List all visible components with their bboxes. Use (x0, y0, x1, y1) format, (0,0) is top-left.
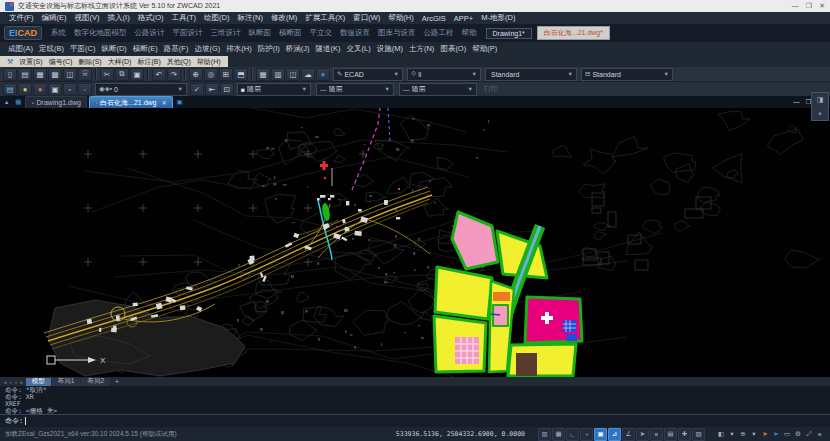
plugin-menu-item[interactable]: 图库与设置 (374, 28, 420, 38)
new-file-icon[interactable]: ▯ (3, 68, 17, 81)
viewport-tool-icon[interactable]: ◨ (817, 96, 824, 103)
design-menu-item[interactable]: 成图(A) (5, 44, 36, 54)
design-menu-item[interactable]: 定线(B) (36, 44, 67, 54)
design-menu-item[interactable]: 边坡(G) (191, 44, 223, 54)
tool-menu-item[interactable]: 帮助(H) (194, 57, 224, 67)
layout-nav-button[interactable]: ‹ (9, 379, 13, 385)
save-icon[interactable]: ▦ (33, 68, 47, 81)
clean-screen-icon[interactable]: ⤢ (804, 429, 814, 440)
design-menu-item[interactable]: 纵断(D) (98, 44, 129, 54)
polar-toggle[interactable]: ◔ (580, 428, 593, 441)
design-menu-item[interactable]: 帮助(P) (469, 44, 500, 54)
print-icon[interactable]: ◫ (63, 68, 77, 81)
design-menu-item[interactable]: 排水(H) (223, 44, 254, 54)
menu-item[interactable]: 帮助(H) (384, 13, 417, 23)
plugin-menu-item[interactable]: 系统 (47, 28, 70, 38)
layer-dropdown[interactable]: ◉◈▪ 0 ▼ (95, 83, 187, 96)
doc-minimize-icon[interactable]: — (793, 98, 800, 106)
menu-item[interactable]: 视图(V) (71, 13, 104, 23)
layer-on-bulb-icon[interactable]: ● (18, 83, 32, 96)
table-style-dropdown[interactable]: ⊟Standard▼ (581, 68, 673, 81)
separator[interactable] (95, 68, 97, 79)
dyn-toggle[interactable]: ➤ (636, 428, 649, 441)
menu-item[interactable]: 扩展工具(X) (301, 13, 349, 23)
menu-item[interactable]: M-地形(D) (477, 13, 519, 23)
tab-scroll-icon[interactable]: ▴ (3, 98, 10, 106)
cut-icon[interactable]: ✂ (100, 68, 114, 81)
new-drawing-icon[interactable]: ▣ (175, 98, 185, 106)
plugin-menu-item[interactable]: 纵断面 (245, 28, 276, 38)
layout-nav-button[interactable]: » (19, 379, 24, 385)
menu-item[interactable]: 文件(F) (5, 13, 38, 23)
menu-item[interactable]: 窗口(W) (349, 13, 384, 23)
make-layer-current-icon[interactable]: ✓ (190, 83, 204, 96)
save-as-icon[interactable]: ▩ (48, 68, 62, 81)
menu-item[interactable]: 标注(N) (234, 13, 267, 23)
tool-menu-item[interactable]: 设置(S) (16, 57, 45, 67)
linetype-dropdown[interactable]: — 随层 ▼ (316, 83, 394, 96)
redo-icon[interactable]: ↷ (167, 68, 181, 81)
quick-properties-toggle[interactable]: ✚ (678, 428, 691, 441)
cloud-icon[interactable]: ☁ (301, 68, 315, 81)
tool-menu-item[interactable]: 大样(D) (105, 57, 135, 67)
layer-manager-icon[interactable]: ▤ (3, 83, 17, 96)
layer-lock-icon[interactable]: ▣ (48, 83, 62, 96)
workspace-arrow-icon[interactable]: ▾ (727, 429, 737, 440)
plugin-menu-item[interactable]: 公路设计 (131, 28, 169, 38)
design-menu-item[interactable]: 路基(F) (161, 44, 192, 54)
design-menu-item[interactable]: 平面(C) (67, 44, 98, 54)
infer-constraints-toggle[interactable]: ▥ (538, 428, 551, 441)
layout-tab[interactable]: 模型 (26, 378, 51, 386)
layout-tab[interactable]: 布局2 (81, 378, 110, 386)
design-menu-item[interactable]: 土方(N) (406, 44, 437, 54)
doc-tab-active[interactable]: 白石化海...21.dwg* (537, 26, 610, 40)
plugin-menu-item[interactable]: 三维设计 (207, 28, 245, 38)
command-history[interactable]: 命令: *取消*命令: XRXREF命令: <栅格 关> (0, 386, 830, 414)
menu-item[interactable]: 插入(I) (104, 13, 134, 23)
layer-freeze-bulb-icon[interactable]: ● (33, 83, 47, 96)
separator[interactable] (251, 68, 253, 79)
osnap-toggle[interactable]: ▣ (594, 428, 607, 441)
tool-menu-item[interactable]: 编号(C) (46, 57, 76, 67)
text-style-dropdown[interactable]: ⟐li▼ (407, 68, 481, 81)
menu-item[interactable]: 修改(M) (267, 13, 301, 23)
design-menu-item[interactable]: 横断(E) (130, 44, 161, 54)
design-menu-item[interactable]: 交叉(L) (344, 44, 374, 54)
paste-icon[interactable]: ▣ (130, 68, 144, 81)
drawing-canvas[interactable]: X (0, 108, 830, 377)
otrack-toggle[interactable]: ⊿ (608, 428, 621, 441)
menu-item[interactable]: ArcGIS (418, 14, 450, 23)
tab-list-icon[interactable]: ▦ (13, 98, 23, 106)
print-preview-icon[interactable]: ⌸ (78, 68, 92, 81)
selection-cycling-toggle[interactable]: ▨ (692, 428, 705, 441)
tool-menu-item[interactable]: 删除(S) (75, 57, 104, 67)
layout-viewports-icon[interactable]: ◫ (286, 68, 300, 81)
lineweight-dropdown[interactable]: — 随层 ▼ (399, 83, 477, 96)
menu-item[interactable]: 工具(T) (168, 13, 201, 23)
layer-plot-icon[interactable]: ▪ (78, 83, 92, 96)
drawing-tab-inactive[interactable]: ▪ Drawing1.dwg (25, 96, 87, 108)
add-layout-button[interactable]: + (112, 378, 122, 385)
ducs-toggle[interactable]: ∠ (622, 428, 635, 441)
lineweight-toggle[interactable]: ≡ (650, 428, 663, 441)
design-menu-item[interactable]: 桥涵(J) (283, 44, 313, 54)
close-tab-icon[interactable]: ✕ (161, 99, 166, 106)
auto-annotate-icon[interactable]: ➤ (771, 429, 781, 440)
plugin-menu-item[interactable]: 横断面 (275, 28, 306, 38)
settings-gear-icon[interactable]: ⚙ (793, 429, 803, 440)
layer-previous-icon[interactable]: ⇤ (205, 83, 219, 96)
layout-tab[interactable]: 布局1 (52, 378, 81, 386)
isolate-objects-icon[interactable]: ▭ (782, 429, 792, 440)
layout-nav-button[interactable]: › (14, 379, 18, 385)
scale-arrow-icon[interactable]: ▾ (749, 429, 759, 440)
plugin-menu-item[interactable]: 平立交 (306, 28, 337, 38)
design-menu-item[interactable]: 设施(M) (374, 44, 406, 54)
copy-icon[interactable]: ⧉ (115, 68, 129, 81)
design-menu-item[interactable]: 图表(O) (437, 44, 469, 54)
separator[interactable] (147, 68, 149, 79)
menu-item[interactable]: APP+ (450, 14, 477, 23)
plugin-menu-item[interactable]: 数值设置 (336, 28, 374, 38)
dim-style-dropdown[interactable]: Standard▼ (485, 68, 577, 81)
snap-toggle[interactable]: ▦ (552, 428, 565, 441)
design-menu-item[interactable]: 防护(I) (255, 44, 283, 54)
